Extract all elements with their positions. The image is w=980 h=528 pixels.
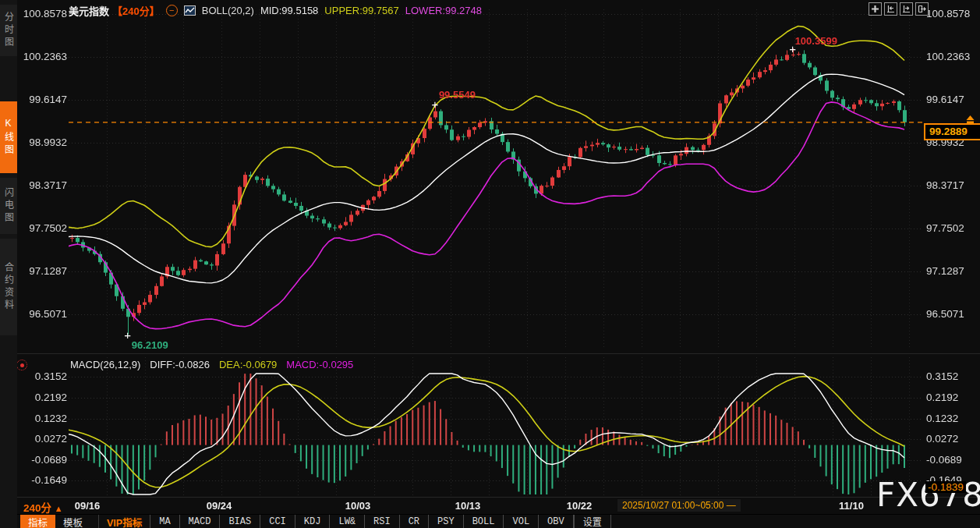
price-axis-label-right: 100.8578 — [926, 8, 970, 19]
high-price-label: 100.3599 — [795, 35, 837, 47]
boll-indicator-label: BOLL(20,2) — [202, 5, 254, 16]
low-price-label: 96.2109 — [132, 339, 168, 351]
collapse-icon[interactable]: − — [166, 5, 178, 16]
macd-axis-label-left: 0.2192 — [19, 392, 67, 403]
price-axis-label-left: 96.5071 — [19, 308, 67, 320]
jump-latest-icon[interactable] — [915, 2, 929, 16]
symbol-name: 美元指数 — [69, 3, 109, 18]
indicator-shortcut-boll[interactable]: BOLL — [463, 515, 504, 528]
macd-axis-label-left: 0.0272 — [19, 433, 67, 445]
indicator-settings-icon[interactable] — [16, 360, 27, 370]
macd-axis-label-right: -0.0689 — [926, 454, 962, 466]
macd-axis-label-left: 0.3152 — [19, 370, 67, 382]
mini-chart-icon[interactable] — [184, 5, 196, 16]
bottom-toolbar: 指标 模板 VIP指标 MAMACDBIASCCIKDJLW&RSICRPSYB… — [17, 514, 980, 528]
tab-template[interactable]: 模板 — [55, 515, 90, 528]
macd-axis-label-left: 0.1232 — [19, 413, 67, 424]
macd-title: MACD(26,12,9) — [70, 359, 140, 370]
indicator-shortcut-lw[interactable]: LW& — [329, 515, 364, 528]
chart-app: 分时图K线图闪电图合约资料 美元指数 【240分】 − BOLL(20,2) M… — [0, 0, 980, 528]
indicator-shortcut-psy[interactable]: PSY — [428, 515, 463, 528]
indicator-shortcut-cci[interactable]: CCI — [260, 515, 295, 528]
alert-icon[interactable] — [964, 113, 976, 127]
pan-icon[interactable] — [869, 2, 882, 16]
price-axis-label-right: 99.6147 — [926, 94, 964, 105]
indicator-shortcut-cr[interactable]: CR — [399, 515, 428, 528]
indicator-shortcut-vol[interactable]: VOL — [503, 515, 538, 528]
macd-header: MACD(26,12,9) DIFF:-0.0826 DEA:-0.0679 M… — [70, 359, 353, 370]
indicator-shortcut-bias[interactable]: BIAS — [219, 515, 260, 528]
settings-button[interactable]: 设置 — [574, 515, 611, 528]
pane-divider — [17, 353, 980, 354]
date-axis: 240分 ▲ 2025/10/27 01:00~05:00 — — [17, 498, 980, 514]
swing-high-price-label: 99.5549 — [439, 89, 476, 101]
chart-header: 美元指数 【240分】 − BOLL(20,2) MID:99.5158 UPP… — [69, 3, 482, 17]
period-tag: 【240分】 — [112, 3, 160, 18]
macd-axis-label-left: -0.0689 — [19, 454, 67, 466]
price-axis-label-left: 98.3717 — [19, 179, 67, 191]
indicator-shortcut-ma[interactable]: MA — [150, 515, 179, 528]
low-cross-marker: + — [124, 329, 131, 341]
macd-macd-value: MACD:-0.0295 — [286, 359, 353, 370]
macd-axis-label-right: 0.3152 — [926, 370, 958, 382]
macd-axis-label-right: 0.0272 — [926, 433, 958, 445]
axis-divider — [17, 497, 980, 498]
sidebar-tab-active[interactable]: K线图 — [0, 101, 17, 173]
price-axis-label-left: 99.6147 — [19, 94, 67, 105]
sidebar: 分时图K线图闪电图合约资料 — [0, 0, 17, 528]
boll-upper-value: UPPER:99.7567 — [324, 5, 398, 16]
indicator-shortcut-macd[interactable]: MACD — [179, 515, 220, 528]
sidebar-tab-item[interactable]: 合约资料 — [0, 239, 17, 335]
indicator-shortcut-obv[interactable]: OBV — [538, 515, 574, 528]
last-macd-badge: -0.1839 — [925, 481, 966, 493]
macd-dea-value: DEA:-0.0679 — [219, 359, 277, 370]
chart-canvas[interactable] — [0, 0, 980, 528]
price-axis-label-left: 97.1287 — [19, 265, 67, 277]
price-axis-label-right: 100.2363 — [926, 51, 970, 62]
up-triangle-icon: ▲ — [55, 504, 63, 513]
price-axis-label-left: 97.7502 — [19, 222, 67, 234]
tab-vip-indicator[interactable]: VIP指标 — [98, 515, 150, 528]
sidebar-tab-item[interactable]: 闪电图 — [0, 178, 17, 234]
period-selector[interactable]: 240分 ▲ — [23, 499, 63, 515]
macd-diff-value: DIFF:-0.0826 — [150, 359, 210, 370]
boll-lower-value: LOWER:99.2748 — [405, 5, 482, 16]
crosshair-date-badge: 2025/10/27 01:00~05:00 — — [617, 499, 741, 512]
shift-right-icon[interactable] — [900, 2, 913, 16]
price-axis-label-right: 97.1287 — [926, 265, 964, 277]
indicator-shortcuts: MAMACDBIASCCIKDJLW&RSICRPSYBOLLVOLOBV — [150, 515, 574, 528]
period-label: 240分 — [23, 502, 51, 514]
window-controls — [869, 2, 929, 16]
sidebar-tab-item[interactable]: 分时图 — [0, 5, 17, 56]
price-axis-label-right: 96.5071 — [926, 308, 964, 320]
macd-axis-label-right: 0.2192 — [926, 392, 958, 403]
price-axis-label-left: 100.2363 — [19, 51, 67, 62]
price-axis-label-left: 100.8578 — [19, 8, 67, 19]
indicator-shortcut-kdj[interactable]: KDJ — [295, 515, 330, 528]
macd-axis-label-right: 0.1232 — [926, 413, 958, 424]
price-axis-label-left: 98.9932 — [19, 136, 67, 148]
macd-axis-label-left: -0.1649 — [19, 474, 67, 486]
indicator-shortcut-rsi[interactable]: RSI — [364, 515, 399, 528]
price-axis-label-right: 98.3717 — [926, 179, 964, 191]
shift-left-icon[interactable] — [884, 2, 897, 16]
swing-high-cross-marker: + — [432, 98, 439, 110]
boll-mid-value: MID:99.5158 — [260, 5, 318, 16]
price-axis-label-right: 97.7502 — [926, 222, 964, 234]
tab-indicator[interactable]: 指标 — [20, 515, 55, 528]
